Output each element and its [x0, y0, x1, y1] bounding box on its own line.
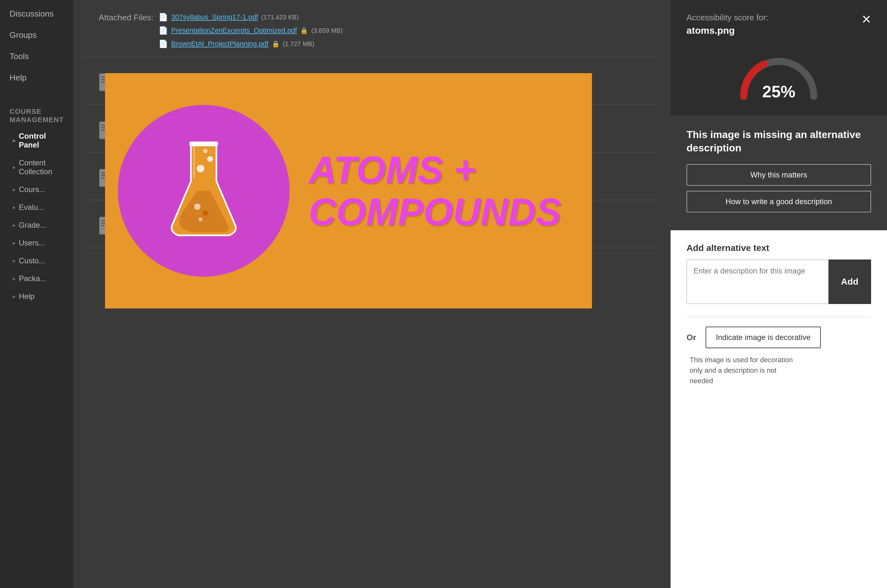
svg-point-31 [203, 149, 207, 153]
panel-title-label: Accessibility score for: [687, 13, 768, 22]
arrow-icon: ▸ [13, 204, 16, 211]
beaker-svg [169, 137, 239, 245]
score-container: 25% [671, 45, 887, 116]
missing-section: This image is missing an alternative des… [671, 116, 887, 230]
sidebar: Discussions Groups Tools Help Course Man… [0, 0, 73, 588]
file-size-2: (3.859 MB) [311, 27, 343, 34]
arrow-icon: ▸ [13, 222, 16, 229]
sidebar-item-help[interactable]: Help [0, 67, 73, 88]
attached-files-label: Attached Files: 📄 307syllabus_Spring17-1… [99, 13, 343, 50]
arrow-icon: ▸ [13, 293, 16, 300]
sidebar-item-courses[interactable]: ▸ Cours... [0, 181, 73, 198]
file-size-3: (1.727 MB) [283, 40, 314, 48]
file-link-1[interactable]: 307syllabus_Spring17-1.pdf [171, 13, 258, 21]
main-content: Attached Files: 📄 307syllabus_Spring17-1… [73, 0, 671, 588]
sidebar-item-control-panel[interactable]: ▸ Control Panel [0, 127, 73, 154]
close-button[interactable]: × [862, 11, 871, 27]
arrow-icon: ▸ [13, 186, 16, 193]
sidebar-item-help2[interactable]: ▸ Help [0, 288, 73, 305]
arrow-icon: ▸ [13, 137, 16, 144]
accessibility-panel: Accessibility score for: atoms.png × 25%… [671, 0, 887, 588]
svg-rect-28 [189, 141, 218, 146]
arrow-icon: ▸ [13, 275, 16, 282]
atom-circle [118, 105, 290, 277]
sidebar-item-users[interactable]: ▸ Users... [0, 234, 73, 252]
panel-title-section: Accessibility score for: atoms.png [687, 13, 768, 36]
svg-point-32 [194, 204, 200, 210]
indicate-decorative-button[interactable]: Indicate image is decorative [706, 327, 821, 348]
sidebar-item-customization[interactable]: ▸ Custo... [0, 252, 73, 270]
sidebar-item-content-collection[interactable]: ▸ Content Collection [0, 154, 73, 181]
missing-title: This image is missing an alternative des… [687, 128, 871, 154]
image-overlay: ATOMS + COMPOUNDS [105, 73, 592, 309]
atoms-title: ATOMS + COMPOUNDS [309, 149, 561, 233]
svg-point-29 [197, 165, 204, 172]
gauge-score-text: 25% [762, 82, 795, 101]
arrow-icon: ▸ [13, 257, 16, 264]
sidebar-item-evaluations[interactable]: ▸ Evalu... [0, 198, 73, 216]
decorative-note: This image is used for decoration only a… [687, 355, 871, 386]
sidebar-item-packages[interactable]: ▸ Packa... [0, 270, 73, 288]
content-item-files: Attached Files: 📄 307syllabus_Spring17-1… [86, 6, 658, 57]
file-size-1: (171.423 KB) [261, 14, 299, 21]
file-link-2[interactable]: PresentationZenExcerpts_Optimized.pdf [171, 26, 297, 34]
course-management-label: Course Management [0, 98, 73, 127]
panel-filename: atoms.png [687, 25, 768, 36]
why-this-matters-button[interactable]: Why this matters [687, 164, 871, 186]
or-row: Or Indicate image is decorative [687, 327, 871, 348]
or-label: Or [687, 333, 696, 342]
svg-point-30 [207, 156, 213, 162]
alt-text-title: Add alternative text [687, 243, 871, 253]
file-row: 📄 307syllabus_Spring17-1.pdf (171.423 KB… [158, 13, 343, 22]
svg-point-33 [203, 210, 208, 216]
arrow-icon: ▸ [13, 164, 16, 171]
alt-text-input[interactable] [687, 260, 828, 304]
file-link-3[interactable]: BrownEtAl_ProjectPlanning.pdf [171, 40, 269, 48]
arrow-icon: ▸ [13, 240, 16, 246]
sidebar-item-discussions[interactable]: Discussions [0, 3, 73, 24]
add-alt-text-button[interactable]: Add [828, 260, 871, 304]
file-row: 📄 PresentationZenExcerpts_Optimized.pdf … [158, 26, 343, 35]
alt-text-input-row: Add [687, 260, 871, 304]
alt-text-section: Add alternative text Add Or Indicate ima… [671, 230, 887, 588]
svg-point-34 [198, 218, 202, 221]
file-row: 📄 BrownEtAl_ProjectPlanning.pdf 🔒 (1.727… [158, 39, 343, 48]
sidebar-item-groups[interactable]: Groups [0, 24, 73, 46]
sidebar-item-grades[interactable]: ▸ Grade... [0, 216, 73, 234]
score-gauge: 25% [737, 52, 820, 103]
panel-header: Accessibility score for: atoms.png × [671, 0, 887, 45]
how-to-write-button[interactable]: How to write a good description [687, 191, 871, 212]
sidebar-item-tools[interactable]: Tools [0, 46, 73, 67]
